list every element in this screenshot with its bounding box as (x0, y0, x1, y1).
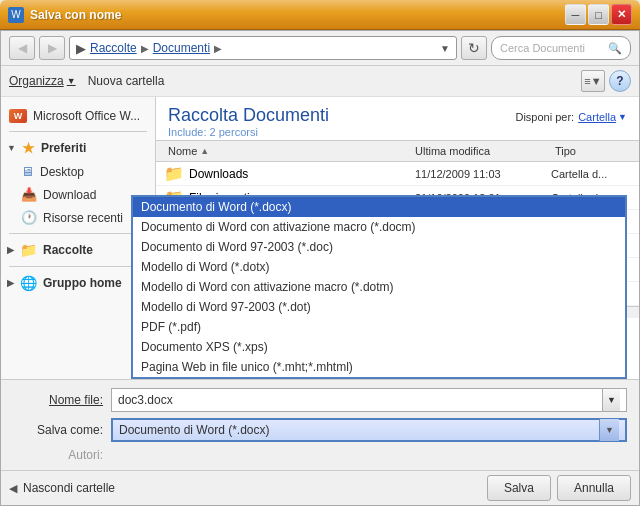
dropdown-item-mhtml[interactable]: Pagina Web in file unico (*.mht;*.mhtml) (133, 357, 625, 377)
preferiti-label: Preferiti (41, 141, 86, 155)
bottom-buttons: Salva Annulla (487, 475, 631, 501)
file-list-subtitle: Include: 2 percorsi (168, 126, 329, 138)
maximize-button[interactable]: □ (588, 4, 609, 25)
search-icon: 🔍 (608, 42, 622, 55)
path-raccolte[interactable]: Raccolte (90, 41, 137, 55)
save-as-select[interactable]: Documento di Word (*.docx) ▼ (111, 418, 627, 442)
save-button[interactable]: Salva (487, 475, 551, 501)
raccolte-label: Raccolte (43, 243, 93, 257)
toolbar: ◀ ▶ name ▶ Raccolte ▶ Documenti ▶ ▼ ↻ Ce… (1, 31, 639, 66)
autori-label: Autori: (13, 448, 103, 462)
dropdown-item-dotx[interactable]: Modello di Word (*.dotx) (133, 257, 625, 277)
risorse-recenti-label: Risorse recenti (43, 211, 123, 225)
folder-icon-downloads: 📁 (164, 164, 184, 183)
sidebar-divider-2 (9, 233, 147, 234)
back-button[interactable]: ◀ (9, 36, 35, 60)
download-icon: 📥 (21, 187, 37, 202)
file-name-input[interactable]: doc3.docx ▼ (111, 388, 627, 412)
path-icon: ▶ (76, 41, 86, 56)
window-controls: ─ □ ✕ (565, 4, 632, 25)
save-as-label: Salva come: (13, 423, 103, 437)
save-as-value: Documento di Word (*.docx) (119, 423, 270, 437)
refresh-button[interactable]: ↻ (461, 36, 487, 60)
gruppo-icon: 🌐 (20, 275, 37, 291)
col-type-label: Tipo (555, 145, 576, 157)
app-icon: W (8, 7, 24, 23)
organize-arrow: ▼ (67, 76, 76, 86)
sidebar-group-preferiti[interactable]: ▼ ★ Preferiti (1, 136, 155, 160)
dropdown-item-pdf[interactable]: PDF (*.pdf) (133, 317, 625, 337)
expand-arrow-gruppo: ▶ (7, 278, 14, 288)
sidebar-item-desktop[interactable]: 🖥 Desktop (1, 160, 155, 183)
dropdown-item-docm[interactable]: Documento di Word con attivazione macro … (133, 217, 625, 237)
cancel-button[interactable]: Annulla (557, 475, 631, 501)
file-type-downloads: Cartella d... (551, 168, 631, 180)
dialog: ◀ ▶ name ▶ Raccolte ▶ Documenti ▶ ▼ ↻ Ce… (0, 30, 640, 506)
file-name-row: Nome file: doc3.docx ▼ (13, 388, 627, 412)
file-item-downloads[interactable]: 📁 Downloads 11/12/2009 11:03 Cartella d.… (156, 162, 639, 186)
autori-row: Autori: (13, 448, 627, 462)
bottom-section: Nome file: doc3.docx ▼ Salva come: Docum… (1, 379, 639, 470)
recent-icon: 🕐 (21, 210, 37, 225)
dropdown-item-dot[interactable]: Modello di Word 97-2003 (*.dot) (133, 297, 625, 317)
sidebar-divider-1 (9, 131, 147, 132)
organize-label: Organizza (9, 74, 64, 88)
search-bar[interactable]: Cerca Documenti 🔍 (491, 36, 631, 60)
column-headers: Nome ▲ Ultima modifica Tipo (156, 140, 639, 162)
save-as-dropdown-arrow[interactable]: ▼ (599, 419, 619, 441)
close-button[interactable]: ✕ (611, 4, 632, 25)
col-header-name[interactable]: Nome ▲ (164, 143, 411, 159)
forward-button[interactable]: ▶ (39, 36, 65, 60)
view-controls: ≡▼ ? (581, 70, 631, 92)
col-header-date[interactable]: Ultima modifica (411, 143, 551, 159)
title-bar: W Salva con nome ─ □ ✕ (0, 0, 640, 30)
disponibile-link[interactable]: Cartella (578, 111, 616, 123)
file-date-downloads: 11/12/2009 11:03 (411, 168, 551, 180)
file-name-value: doc3.docx (118, 393, 173, 407)
raccolte-icon: 📁 (20, 242, 37, 258)
search-placeholder: Cerca Documenti (500, 42, 585, 54)
dropdown-item-dotm[interactable]: Modello di Word con attivazione macro (*… (133, 277, 625, 297)
col-name-label: Nome (168, 145, 197, 157)
sidebar-item-msoffice[interactable]: W Microsoft Office W... (1, 105, 155, 127)
ms-office-icon: W (9, 109, 27, 123)
path-bar[interactable]: name ▶ Raccolte ▶ Documenti ▶ ▼ (69, 36, 457, 60)
bottom-area: Documento di Word (*.docx) Documento di … (1, 379, 639, 505)
col-header-type[interactable]: Tipo (551, 143, 631, 159)
title-bar-text: Salva con nome (30, 8, 565, 22)
path-separator-1: ▶ (141, 43, 149, 54)
ms-office-label: Microsoft Office W... (33, 109, 140, 123)
download-label: Download (43, 188, 96, 202)
col-date-label: Ultima modifica (415, 145, 490, 157)
expand-arrow-raccolte: ▶ (7, 245, 14, 255)
organize-bar: Organizza ▼ Nuova cartella ≡▼ ? (1, 66, 639, 97)
file-list-title: Raccolta Documenti (168, 105, 329, 126)
star-icon: ★ (22, 140, 35, 156)
disponibile-arrow[interactable]: ▼ (618, 112, 627, 122)
new-folder-button[interactable]: Nuova cartella (88, 74, 165, 88)
desktop-icon: 🖥 (21, 164, 34, 179)
path-dropdown[interactable]: ▼ (440, 43, 450, 54)
file-name-downloads: Downloads (189, 167, 248, 181)
view-toggle-button[interactable]: ≡▼ (581, 70, 605, 92)
desktop-label: Desktop (40, 165, 84, 179)
dropdown-item-xps[interactable]: Documento XPS (*.xps) (133, 337, 625, 357)
col-sort-arrow: ▲ (200, 146, 209, 156)
dropdown-item-doc[interactable]: Documento di Word 97-2003 (*.doc) (133, 237, 625, 257)
minimize-button[interactable]: ─ (565, 4, 586, 25)
sidebar-divider-3 (9, 266, 147, 267)
disponibile-label: Disponi per: (515, 111, 574, 123)
path-separator-2: ▶ (214, 43, 222, 54)
gruppo-label: Gruppo home (43, 276, 122, 290)
dropdown-item-docx[interactable]: Documento di Word (*.docx) (133, 197, 625, 217)
file-name-label: Nome file: (13, 393, 103, 407)
save-as-dropdown[interactable]: Documento di Word (*.docx) Documento di … (131, 195, 627, 379)
expand-arrow-preferiti: ▼ (7, 143, 16, 153)
save-as-row: Salva come: Documento di Word (*.docx) ▼ (13, 418, 627, 442)
hide-folders-row: ◀ Nascondi cartelle Salva Annulla (1, 470, 639, 505)
help-button[interactable]: ? (609, 70, 631, 92)
file-name-dropdown-arrow[interactable]: ▼ (602, 389, 620, 411)
path-documenti[interactable]: Documenti (153, 41, 210, 55)
hide-folders-label[interactable]: Nascondi cartelle (23, 481, 115, 495)
organize-button[interactable]: Organizza ▼ (9, 74, 76, 88)
